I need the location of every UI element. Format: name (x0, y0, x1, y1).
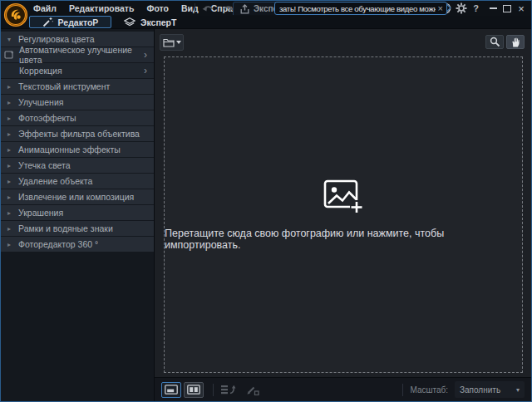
canvas: Перетащите сюда свою фотографию или нажм… (164, 56, 523, 373)
collapsed-arrow-icon: ▸ (7, 83, 18, 91)
tab-editor-label: РедактоР (58, 17, 99, 27)
section-label: Фотоэффекты (18, 113, 76, 123)
tooltip-text: зать! Посмотреть все обучающие видео мож… (279, 4, 436, 13)
statusbar: Масштаб: Заполнить ▾ (155, 377, 531, 401)
scale-label: Масштаб: (410, 385, 448, 395)
sidebar-section-text-tool[interactable]: ▸ Текстовый инструмент (1, 79, 154, 94)
tab-expert-label: ЭксперТ (140, 17, 176, 27)
section-label: Рамки и водяные знаки (18, 223, 113, 233)
section-label: Утечка света (18, 160, 71, 170)
sidebar-section-object-removal[interactable]: ▸ Удаление объекта (1, 174, 154, 189)
menu-item-view[interactable]: Вид (181, 3, 199, 13)
system-icons: ? × (440, 2, 527, 14)
tutorial-tooltip: зать! Посмотреть все обучающие видео мож… (274, 2, 447, 15)
sidebar-section-animation-effects[interactable]: ▸ Анимационные эффекты (1, 142, 154, 157)
item-label: Коррекция (19, 66, 62, 76)
collapsed-arrow-icon: ▸ (7, 178, 18, 185)
sidebar: ▾ Регулировка цвета Автоматическое улучш… (1, 29, 155, 401)
dropzone-text: Перетащите сюда свою фотографию или нажм… (165, 228, 522, 251)
minimize-button[interactable] (488, 7, 499, 9)
sidebar-section-decorations[interactable]: ▸ Украшения (1, 205, 154, 220)
tooltip-close-icon[interactable]: × (438, 3, 443, 13)
undo-button[interactable] (200, 2, 215, 14)
chevron-right-icon: › (144, 66, 147, 76)
main-area: Перетащите сюда свою фотографию или нажм… (155, 29, 531, 401)
close-window-icon[interactable]: × (515, 2, 527, 15)
section-label: Эффекты фильтра объектива (18, 129, 140, 139)
collapsed-arrow-icon: ▸ (7, 209, 18, 217)
tab-expert[interactable]: ЭксперТ (116, 16, 185, 28)
section-label: Извлечение или композиция (18, 192, 134, 202)
sidebar-section-frames-watermarks[interactable]: ▸ Рамки и водяные знаки (1, 221, 154, 236)
collapsed-arrow-icon: ▸ (7, 194, 18, 201)
statusbar-separator (213, 384, 214, 396)
section-label: Регулировка цвета (18, 34, 95, 44)
photo-dropzone[interactable]: Перетащите сюда свою фотографию или нажм… (165, 57, 522, 372)
section-label: Удаление объекта (18, 176, 92, 186)
edit-mask-button[interactable] (246, 385, 259, 395)
tabbar: РедактоР ЭксперТ (1, 16, 531, 29)
sidebar-section-improvements[interactable]: ▸ Улучшения (1, 95, 154, 110)
folder-icon (163, 38, 175, 47)
collapsed-arrow-icon: ▸ (7, 241, 18, 248)
collapsed-arrow-icon: ▸ (7, 225, 18, 233)
section-label: Анимационные эффекты (18, 145, 121, 154)
sidebar-section-light-leak[interactable]: ▸ Утечка света (1, 158, 154, 173)
collapsed-arrow-icon: ▸ (7, 115, 18, 122)
zoom-tool-button[interactable] (485, 35, 504, 49)
settings-gear-icon[interactable] (455, 2, 467, 15)
help-icon[interactable]: ? (470, 3, 481, 13)
undo-icon (202, 4, 214, 13)
item-label: Автоматическое улучшение цвета (19, 45, 154, 65)
section-label: Украшения (18, 208, 63, 218)
sidebar-item-auto-enhance[interactable]: Автоматическое улучшение цвета › (1, 47, 154, 62)
scale-value: Заполнить (460, 385, 516, 395)
scale-dropdown[interactable]: Заполнить ▾ (455, 381, 525, 398)
collapsed-arrow-icon: ▸ (7, 99, 18, 106)
dropdown-caret-icon: ▾ (516, 386, 520, 394)
titlebar: Файл Редактировать Фото Вид Справка (1, 1, 531, 16)
section-label: Текстовый инструмент (18, 81, 110, 91)
split-view-icon (187, 385, 200, 395)
history-states-button[interactable] (220, 384, 236, 395)
menu-item-file[interactable]: Файл (33, 3, 57, 13)
sidebar-item-correction[interactable]: Коррекция › (1, 63, 154, 78)
magnifier-icon (490, 37, 500, 47)
chevron-right-icon: › (144, 50, 147, 60)
auto-enhance-icon (4, 50, 14, 61)
section-label: Фоторедактор 360 ° (18, 239, 98, 249)
expanded-arrow-icon: ▾ (7, 36, 18, 43)
dropdown-caret-icon (176, 41, 181, 44)
split-view-button[interactable] (184, 382, 204, 398)
app-body: ▾ Регулировка цвета Автоматическое улучш… (1, 29, 531, 401)
collapsed-arrow-icon: ▸ (7, 130, 18, 138)
export-icon (240, 4, 249, 14)
app-logo-icon (3, 2, 28, 27)
magic-wand-icon (42, 17, 53, 27)
sidebar-section-lens-filter-effects[interactable]: ▸ Эффекты фильтра объектива (1, 126, 154, 141)
sidebar-section-extract-composite[interactable]: ▸ Извлечение или композиция (1, 189, 154, 204)
hand-icon (510, 37, 520, 47)
history-controls (200, 2, 235, 14)
single-view-icon (165, 385, 178, 395)
menu-item-photo[interactable]: Фото (146, 3, 169, 13)
single-view-button[interactable] (161, 382, 181, 398)
app-window: Файл Редактировать Фото Вид Справка (0, 0, 532, 402)
layers-icon (124, 17, 135, 27)
sidebar-section-photo-effects[interactable]: ▸ Фотоэффекты (1, 110, 154, 125)
collapsed-arrow-icon: ▸ (7, 162, 18, 169)
menu-item-edit[interactable]: Редактировать (69, 3, 135, 13)
sidebar-section-photo-editor-360[interactable]: ▸ Фоторедактор 360 ° (1, 237, 154, 252)
section-label: Улучшения (18, 97, 63, 107)
tab-editor[interactable]: РедактоР (29, 16, 111, 28)
statusbar-separator (402, 384, 403, 396)
pen-icon (246, 385, 259, 395)
titlebar-separator (195, 3, 195, 13)
collapsed-arrow-icon: ▸ (7, 146, 18, 154)
hand-tool-button[interactable] (506, 35, 525, 49)
open-file-button[interactable] (160, 34, 184, 51)
stack-arrow-icon (220, 384, 236, 395)
maximize-button[interactable] (501, 5, 513, 12)
add-image-icon (323, 179, 363, 214)
